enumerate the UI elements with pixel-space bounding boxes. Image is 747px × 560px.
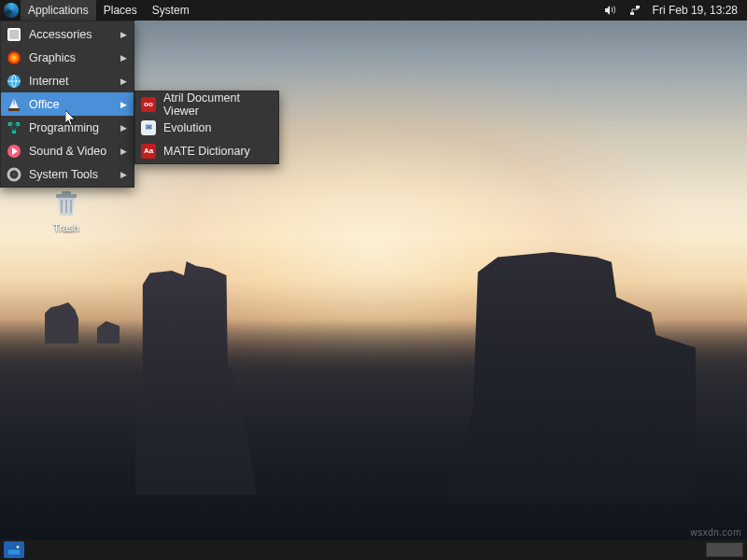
- menu-category-graphics[interactable]: Graphics ▶: [1, 46, 134, 69]
- volume-icon[interactable]: [604, 4, 617, 17]
- internet-icon: [7, 74, 21, 89]
- app-label: MATE Dictionary: [163, 145, 273, 158]
- panel-menu-applications[interactable]: Applications: [21, 0, 96, 21]
- menu-label: Internet: [29, 75, 113, 88]
- clock[interactable]: Fri Feb 19, 13:28: [653, 4, 738, 17]
- submenu-arrow-icon: ▶: [120, 123, 128, 133]
- desktop-icon-label: Trash: [53, 222, 79, 233]
- submenu-arrow-icon: ▶: [120, 53, 128, 63]
- top-panel: Applications Places System Fri Feb 19, 1…: [0, 0, 747, 21]
- svg-rect-1: [636, 6, 640, 8]
- svg-rect-0: [630, 12, 634, 15]
- office-icon: [7, 97, 21, 112]
- app-label: Evolution: [163, 121, 273, 134]
- svg-point-13: [12, 173, 16, 176]
- menu-label: Office: [29, 98, 113, 111]
- menu-label: Graphics: [29, 51, 113, 64]
- menu-label: Accessories: [29, 28, 113, 41]
- submenu-arrow-icon: ▶: [120, 100, 128, 109]
- submenu-arrow-icon: ▶: [120, 170, 128, 179]
- app-mate-dictionary[interactable]: Aa MATE Dictionary: [135, 139, 278, 162]
- programming-icon: [7, 120, 21, 135]
- watermark: wsxdn.com: [690, 527, 741, 538]
- show-desktop-button[interactable]: [4, 541, 24, 558]
- submenu-arrow-icon: ▶: [120, 30, 128, 39]
- submenu-arrow-icon: ▶: [120, 77, 128, 86]
- menu-label: System Tools: [29, 168, 113, 181]
- accessories-icon: [7, 27, 21, 42]
- svg-point-4: [7, 51, 21, 64]
- panel-menu-places[interactable]: Places: [96, 0, 145, 21]
- app-evolution[interactable]: ✉ Evolution: [135, 116, 278, 139]
- menu-category-accessories[interactable]: Accessories ▶: [1, 22, 134, 46]
- graphics-icon: [7, 50, 21, 65]
- dictionary-icon: Aa: [141, 144, 156, 159]
- menu-category-internet[interactable]: Internet ▶: [1, 69, 134, 92]
- menu-category-sound-video[interactable]: Sound & Video ▶: [1, 139, 134, 162]
- svg-point-18: [17, 546, 20, 549]
- app-atril[interactable]: oo Atril Document Viewer: [135, 92, 278, 116]
- trash-icon: [48, 187, 85, 220]
- submenu-arrow-icon: ▶: [120, 147, 128, 156]
- office-submenu: oo Atril Document Viewer ✉ Evolution Aa …: [134, 91, 279, 164]
- workspace-switcher[interactable]: [706, 542, 743, 557]
- distro-logo-icon[interactable]: [4, 3, 19, 18]
- wallpaper-rock: [45, 302, 78, 343]
- multimedia-icon: [7, 144, 21, 159]
- menu-category-system-tools[interactable]: System Tools ▶: [1, 162, 134, 186]
- panel-menu-system[interactable]: System: [145, 0, 197, 21]
- svg-rect-6: [8, 108, 20, 111]
- svg-rect-17: [8, 550, 20, 554]
- applications-menu: Accessories ▶ Graphics ▶ Internet ▶ Offi…: [0, 21, 134, 188]
- atril-icon: oo: [141, 97, 156, 112]
- desktop-icon-trash[interactable]: Trash: [34, 187, 99, 233]
- system-tools-icon: [7, 167, 21, 182]
- system-tray: Fri Feb 19, 13:28: [604, 4, 743, 17]
- svg-rect-3: [9, 30, 19, 39]
- network-icon[interactable]: [628, 4, 641, 17]
- menu-label: Sound & Video: [29, 145, 113, 158]
- svg-rect-15: [62, 191, 71, 195]
- evolution-icon: ✉: [141, 120, 156, 135]
- cursor-icon: [65, 110, 77, 127]
- bottom-panel: [0, 539, 747, 560]
- app-label: Atril Document Viewer: [163, 91, 273, 118]
